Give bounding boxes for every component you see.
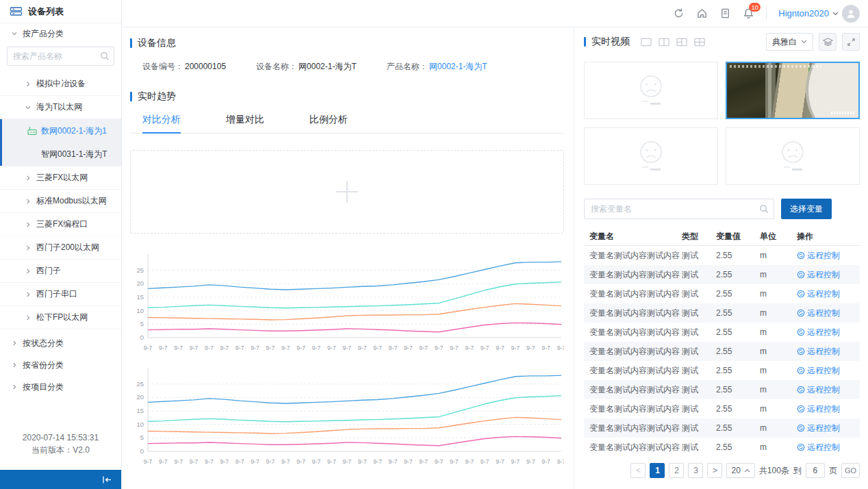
device-id-field: 设备编号：200000105	[142, 61, 226, 73]
group-label: 西门子	[36, 265, 61, 277]
sidebar-group[interactable]: 西门子	[0, 260, 121, 283]
table-row: 变量名测试内容测试内容测试2.55m远程控制	[584, 342, 860, 361]
layout-1-icon[interactable]	[641, 38, 652, 47]
search-icon	[100, 51, 110, 61]
notifications-button[interactable]: 10	[743, 8, 754, 19]
select-variable-button[interactable]: 选择变量	[781, 199, 832, 219]
sidebar-group[interactable]: 三菱FX以太网	[0, 166, 121, 190]
go-button[interactable]: GO	[841, 463, 860, 478]
remote-control-link[interactable]: 远程控制	[797, 442, 854, 453]
layout-3-icon[interactable]	[676, 38, 687, 47]
title-bar-accent	[130, 92, 132, 101]
sidebar-group[interactable]: 三菱FX编程口	[0, 213, 121, 236]
next-page-button[interactable]: >	[707, 463, 722, 478]
home-icon[interactable]	[696, 8, 708, 19]
tab-compare-analysis[interactable]: 对比分析	[142, 108, 181, 134]
fullscreen-button[interactable]	[842, 33, 860, 51]
svg-text:9-7: 9-7	[251, 458, 259, 465]
sidebar-group[interactable]: 模拟中冶设备	[0, 73, 121, 96]
collapse-icon[interactable]	[101, 475, 113, 484]
sidebar-category[interactable]: 按项目分类	[0, 376, 121, 398]
variable-table-body: 变量名测试内容测试内容测试2.55m远程控制变量名测试内容测试内容测试2.55m…	[584, 246, 860, 457]
device-list-icon	[10, 6, 23, 16]
jump-page-input[interactable]	[806, 463, 825, 478]
sidebar-category-product[interactable]: 按产品分类	[0, 23, 121, 44]
refresh-icon[interactable]	[673, 8, 685, 19]
tab-ratio-analysis[interactable]: 比例分析	[309, 108, 348, 133]
remote-control-link[interactable]: 远程控制	[797, 346, 854, 358]
cell-value: 2.55	[716, 366, 760, 375]
remote-control-link[interactable]: 远程控制	[797, 423, 854, 434]
main-area: 10 Hignton2020 设备信息 设备编号：200	[122, 0, 868, 489]
theme-select[interactable]: 典雅白	[766, 33, 813, 51]
table-row: 变量名测试内容测试内容测试2.55m远程控制	[584, 303, 860, 323]
cell-type: 测试	[682, 423, 716, 434]
caret-up-icon	[744, 468, 750, 473]
product-name-link[interactable]: 网0002-1-海为T	[429, 62, 487, 71]
sidebar-group[interactable]: 西门子200以太网	[0, 236, 121, 260]
svg-text:9-7: 9-7	[419, 458, 428, 465]
sidebar-item-device[interactable]: 智网0031-1-海为T	[0, 142, 121, 166]
remote-control-link[interactable]: 远程控制	[797, 269, 854, 281]
variable-search-input[interactable]	[584, 199, 774, 219]
svg-text:9-7: 9-7	[327, 458, 336, 465]
page-button-1[interactable]: 1	[650, 463, 665, 478]
chevron-right-icon	[25, 291, 31, 298]
cell-type: 测试	[682, 442, 716, 453]
cell-unit: m	[760, 270, 797, 279]
product-search-input[interactable]	[7, 47, 114, 66]
layout-4-icon[interactable]	[694, 38, 705, 47]
tab-increment-compare[interactable]: 增量对比	[226, 108, 264, 133]
category-label: 按省份分类	[23, 360, 64, 371]
svg-text:9-7: 9-7	[435, 458, 444, 465]
page-button-2[interactable]: 2	[669, 463, 684, 478]
sidebar-category[interactable]: 按省份分类	[0, 354, 121, 376]
add-chart-placeholder[interactable]	[130, 150, 564, 234]
svg-text:9-7: 9-7	[465, 458, 474, 465]
sidebar-item-device[interactable]: 数网0002-1-海为1	[0, 119, 121, 142]
remote-control-link[interactable]: 远程控制	[797, 250, 854, 262]
remote-control-icon	[797, 347, 805, 355]
cell-value: 2.55	[716, 308, 760, 318]
remote-control-link[interactable]: 远程控制	[797, 288, 854, 300]
document-icon[interactable]	[719, 8, 731, 19]
sidebar-group[interactable]: 海为T以太网	[0, 96, 121, 119]
video-watermark	[831, 112, 854, 114]
device-info-title: 设备信息	[130, 37, 564, 49]
sidebar-tree: 模拟中冶设备海为T以太网数网0002-1-海为1智网0031-1-海为T三菱FX…	[0, 73, 121, 329]
video-cell-4[interactable]	[726, 127, 860, 185]
remote-control-link[interactable]: 远程控制	[797, 308, 854, 319]
group-label: 西门子串口	[36, 288, 77, 300]
video-cell-1[interactable]	[584, 62, 718, 119]
layers-button[interactable]	[819, 33, 837, 51]
svg-text:25: 25	[136, 266, 144, 274]
sidebar-category[interactable]: 按状态分类	[0, 332, 121, 354]
sidebar-group[interactable]: 标准Modbus以太网	[0, 190, 121, 213]
table-row: 变量名测试内容测试内容测试2.55m远程控制	[584, 361, 860, 380]
plus-icon	[332, 177, 362, 207]
remote-control-link[interactable]: 远程控制	[797, 403, 854, 415]
remote-control-link[interactable]: 远程控制	[797, 365, 854, 377]
svg-text:9-7: 9-7	[312, 344, 321, 351]
cell-variable-name: 变量名测试内容测试内容	[589, 346, 682, 358]
svg-text:10: 10	[136, 421, 144, 428]
avatar[interactable]	[842, 5, 860, 23]
video-grid	[584, 62, 860, 185]
page-button-3[interactable]: 3	[688, 463, 703, 478]
layers-icon	[823, 37, 833, 47]
page-size-select[interactable]: 20	[726, 463, 754, 478]
svg-text:25: 25	[136, 380, 144, 388]
video-cell-3[interactable]	[584, 127, 718, 185]
prev-page-button[interactable]: <	[630, 463, 646, 478]
remote-control-link[interactable]: 远程控制	[797, 327, 854, 338]
group-label: 西门子200以太网	[36, 242, 99, 253]
svg-text:9-7: 9-7	[220, 458, 229, 465]
svg-text:9-7: 9-7	[159, 458, 168, 465]
layout-2-icon[interactable]	[659, 38, 669, 47]
svg-text:9-7: 9-7	[419, 344, 428, 351]
remote-control-link[interactable]: 远程控制	[797, 384, 854, 396]
sidebar-group[interactable]: 西门子串口	[0, 283, 121, 306]
user-menu[interactable]: Hignton2020	[778, 5, 860, 23]
video-cell-2[interactable]	[726, 62, 860, 119]
sidebar-group[interactable]: 松下FP以太网	[0, 306, 121, 329]
